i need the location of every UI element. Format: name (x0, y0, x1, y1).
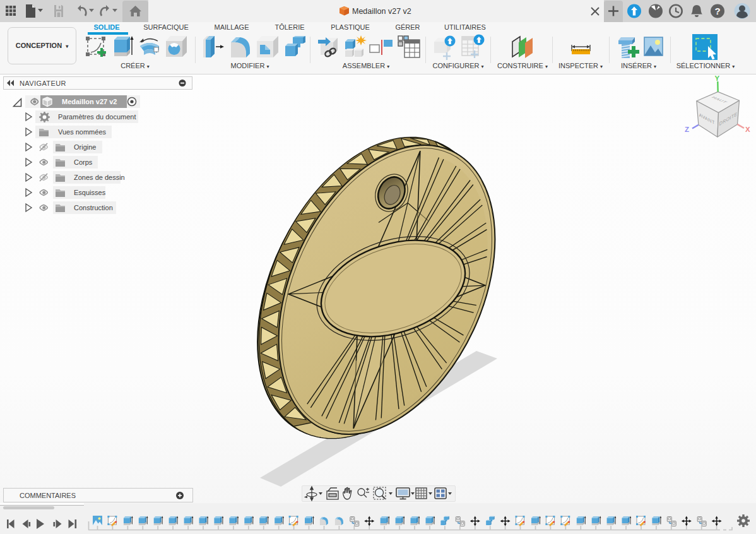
svg-text:?: ? (714, 6, 720, 16)
svg-text:Z: Z (685, 126, 689, 133)
svg-text:Y: Y (715, 74, 720, 82)
svg-text:Medaillon v27 v2: Medaillon v27 v2 (352, 7, 411, 16)
svg-text:X: X (745, 126, 750, 133)
